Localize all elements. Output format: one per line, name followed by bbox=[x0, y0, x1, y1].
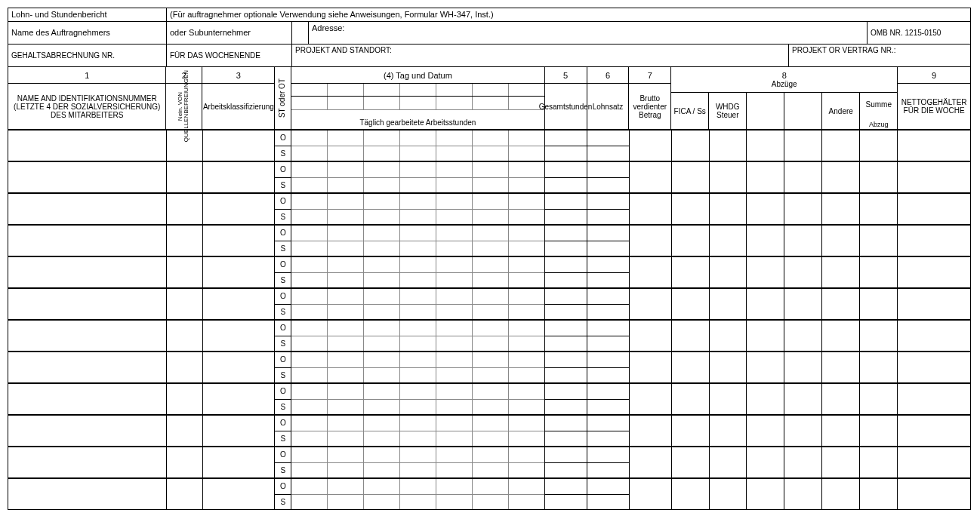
cell-days[interactable] bbox=[291, 416, 544, 446]
cell-days[interactable] bbox=[291, 226, 544, 256]
cell-gross[interactable] bbox=[630, 257, 672, 287]
cell-days[interactable] bbox=[291, 479, 544, 509]
cell-classification[interactable] bbox=[203, 416, 276, 446]
cell-classification[interactable] bbox=[203, 130, 276, 161]
cell-total-hours[interactable] bbox=[545, 194, 587, 224]
cell-total-hours[interactable] bbox=[545, 352, 587, 382]
cell-net[interactable] bbox=[898, 447, 970, 477]
cell-name[interactable] bbox=[8, 194, 167, 224]
cell-total-hours[interactable] bbox=[545, 447, 587, 477]
cell-deductions[interactable] bbox=[672, 416, 898, 446]
cell-deductions[interactable] bbox=[672, 226, 898, 256]
cell-days[interactable] bbox=[291, 162, 544, 192]
cell-classification[interactable] bbox=[203, 352, 276, 382]
cell-exemptions[interactable] bbox=[167, 289, 203, 319]
cell-name[interactable] bbox=[8, 162, 167, 192]
cell-days[interactable] bbox=[291, 384, 544, 414]
cell-gross[interactable] bbox=[630, 194, 672, 224]
cell-exemptions[interactable] bbox=[167, 226, 203, 256]
cell-name[interactable] bbox=[8, 416, 167, 446]
cell-days[interactable] bbox=[291, 447, 544, 477]
cell-deductions[interactable] bbox=[672, 257, 898, 287]
cell-total-hours[interactable] bbox=[545, 257, 587, 287]
cell-rate[interactable] bbox=[587, 289, 630, 319]
cell-exemptions[interactable] bbox=[167, 352, 203, 382]
cell-name[interactable] bbox=[8, 226, 167, 256]
cell-deductions[interactable] bbox=[672, 321, 898, 351]
cell-rate[interactable] bbox=[587, 257, 630, 287]
cell-total-hours[interactable] bbox=[545, 162, 587, 192]
cell-classification[interactable] bbox=[203, 289, 276, 319]
cell-net[interactable] bbox=[898, 321, 970, 351]
cell-net[interactable] bbox=[898, 416, 970, 446]
cell-days[interactable] bbox=[291, 130, 544, 161]
cell-days[interactable] bbox=[291, 257, 544, 287]
cell-exemptions[interactable] bbox=[167, 416, 203, 446]
cell-exemptions[interactable] bbox=[167, 479, 203, 509]
cell-net[interactable] bbox=[898, 226, 970, 256]
cell-deductions[interactable] bbox=[672, 352, 898, 382]
cell-rate[interactable] bbox=[587, 162, 630, 192]
cell-total-hours[interactable] bbox=[545, 226, 587, 256]
cell-net[interactable] bbox=[898, 162, 970, 192]
cell-net[interactable] bbox=[898, 130, 970, 161]
cell-classification[interactable] bbox=[203, 384, 276, 414]
cell-total-hours[interactable] bbox=[545, 289, 587, 319]
cell-days[interactable] bbox=[291, 352, 544, 382]
cell-net[interactable] bbox=[898, 479, 970, 509]
cell-total-hours[interactable] bbox=[545, 416, 587, 446]
cell-days[interactable] bbox=[291, 321, 544, 351]
cell-exemptions[interactable] bbox=[167, 257, 203, 287]
cell-days[interactable] bbox=[291, 289, 544, 319]
cell-classification[interactable] bbox=[203, 194, 276, 224]
cell-total-hours[interactable] bbox=[545, 479, 587, 509]
cell-classification[interactable] bbox=[203, 321, 276, 351]
cell-exemptions[interactable] bbox=[167, 194, 203, 224]
cell-net[interactable] bbox=[898, 289, 970, 319]
cell-rate[interactable] bbox=[587, 416, 630, 446]
cell-gross[interactable] bbox=[630, 226, 672, 256]
cell-days[interactable] bbox=[291, 194, 544, 224]
cell-exemptions[interactable] bbox=[167, 162, 203, 192]
cell-rate[interactable] bbox=[587, 447, 630, 477]
cell-name[interactable] bbox=[8, 352, 167, 382]
cell-classification[interactable] bbox=[203, 479, 276, 509]
cell-net[interactable] bbox=[898, 257, 970, 287]
cell-deductions[interactable] bbox=[672, 447, 898, 477]
cell-rate[interactable] bbox=[587, 384, 630, 414]
cell-rate[interactable] bbox=[587, 130, 630, 161]
cell-exemptions[interactable] bbox=[167, 384, 203, 414]
cell-deductions[interactable] bbox=[672, 479, 898, 509]
cell-total-hours[interactable] bbox=[545, 130, 587, 161]
cell-classification[interactable] bbox=[203, 162, 276, 192]
cell-classification[interactable] bbox=[203, 257, 276, 287]
cell-deductions[interactable] bbox=[672, 194, 898, 224]
cell-classification[interactable] bbox=[203, 447, 276, 477]
cell-name[interactable] bbox=[8, 384, 167, 414]
sub-check-box[interactable] bbox=[292, 22, 309, 45]
cell-deductions[interactable] bbox=[672, 289, 898, 319]
cell-rate[interactable] bbox=[587, 479, 630, 509]
cell-rate[interactable] bbox=[587, 352, 630, 382]
cell-gross[interactable] bbox=[630, 130, 672, 161]
cell-net[interactable] bbox=[898, 384, 970, 414]
cell-total-hours[interactable] bbox=[545, 321, 587, 351]
cell-deductions[interactable] bbox=[672, 384, 898, 414]
cell-deductions[interactable] bbox=[672, 162, 898, 192]
cell-name[interactable] bbox=[8, 447, 167, 477]
cell-gross[interactable] bbox=[630, 384, 672, 414]
cell-name[interactable] bbox=[8, 289, 167, 319]
cell-name[interactable] bbox=[8, 479, 167, 509]
cell-exemptions[interactable] bbox=[167, 447, 203, 477]
cell-name[interactable] bbox=[8, 257, 167, 287]
cell-rate[interactable] bbox=[587, 194, 630, 224]
cell-gross[interactable] bbox=[630, 321, 672, 351]
cell-exemptions[interactable] bbox=[167, 321, 203, 351]
cell-net[interactable] bbox=[898, 352, 970, 382]
cell-rate[interactable] bbox=[587, 321, 630, 351]
cell-gross[interactable] bbox=[630, 352, 672, 382]
cell-gross[interactable] bbox=[630, 479, 672, 509]
cell-gross[interactable] bbox=[630, 416, 672, 446]
cell-name[interactable] bbox=[8, 321, 167, 351]
cell-rate[interactable] bbox=[587, 226, 630, 256]
